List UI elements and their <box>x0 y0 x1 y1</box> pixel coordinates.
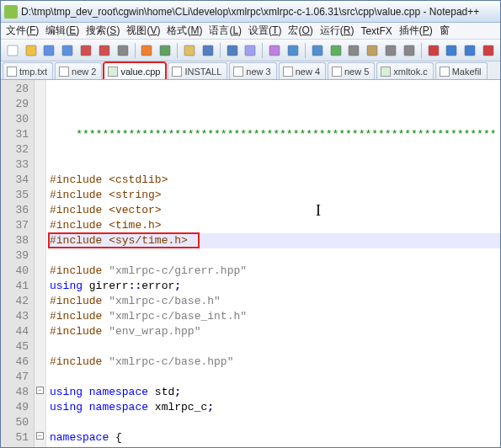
close-button[interactable] <box>77 42 94 59</box>
zoomin-button[interactable] <box>285 42 301 59</box>
menu-编辑[interactable]: 编辑(E) <box>42 23 83 39</box>
line-number: 46 <box>3 355 29 370</box>
print-button[interactable] <box>115 42 131 59</box>
menu-TextFX[interactable]: TextFX <box>357 24 395 38</box>
fold-cell[interactable] <box>35 186 45 201</box>
line-number: 47 <box>3 370 29 385</box>
code-line[interactable]: namespace { <box>50 430 500 445</box>
code-line[interactable]: #include "xmlrpc-c/girerr.hpp" <box>50 264 500 279</box>
fold-cell[interactable] <box>35 156 45 171</box>
redo-button[interactable] <box>224 42 241 59</box>
menu-宏[interactable]: 宏(O) <box>285 23 316 39</box>
menu-运行[interactable]: 运行(R) <box>317 23 358 39</box>
code-line[interactable] <box>50 415 500 430</box>
fold-cell[interactable] <box>35 307 45 323</box>
fold-button[interactable] <box>382 42 399 59</box>
code-area[interactable]: I **************************************… <box>46 80 500 447</box>
svg-rect-24 <box>483 45 493 56</box>
code-line[interactable]: #include <cstdlib> <box>50 173 500 188</box>
menu-视图[interactable]: 视图(V) <box>123 23 163 39</box>
fold-cell[interactable] <box>35 95 45 110</box>
paste-button[interactable] <box>181 42 198 59</box>
code-line[interactable]: #include "xmlrpc-c/base.h" <box>50 294 500 309</box>
fold-cell[interactable] <box>35 292 45 307</box>
undo-button[interactable] <box>200 42 216 59</box>
save-button[interactable] <box>41 42 58 59</box>
new-button[interactable] <box>4 42 21 59</box>
code-line[interactable]: #include "xmlrpc-c/base.hpp" <box>50 355 500 370</box>
code-line[interactable]: using namespace xmlrpc_c; <box>50 400 500 415</box>
code-line[interactable]: #include <time.h> <box>50 218 500 233</box>
fold-cell[interactable] <box>35 247 45 262</box>
svg-rect-2 <box>44 45 54 56</box>
code-line[interactable] <box>50 445 500 447</box>
menu-文件[interactable]: 文件(F) <box>3 23 42 39</box>
fold-cell[interactable] <box>35 201 45 216</box>
menu-语言[interactable]: 语言(L) <box>205 23 245 39</box>
find-button[interactable] <box>243 42 259 59</box>
code-line[interactable]: #include "env_wrap.hpp" <box>50 324 500 339</box>
code-line[interactable] <box>50 370 500 385</box>
saveall-button[interactable] <box>59 42 76 59</box>
zoomout-button[interactable] <box>309 42 326 59</box>
code-line[interactable]: #include <string> <box>50 188 500 203</box>
tab-value.cpp[interactable]: value.cpp <box>104 62 166 79</box>
fold-cell[interactable]: − <box>35 383 45 398</box>
tab-Makefil[interactable]: Makefil <box>435 62 488 79</box>
fold-cell[interactable] <box>35 262 45 277</box>
wrap-button[interactable] <box>328 42 344 59</box>
code-line[interactable] <box>50 157 500 173</box>
fold-cell[interactable] <box>35 338 45 353</box>
fold-cell[interactable] <box>35 110 45 125</box>
menu-格式[interactable]: 格式(M) <box>163 23 205 39</box>
menu-窗[interactable]: 窗 <box>436 23 453 39</box>
tab-new 2[interactable]: new 2 <box>55 62 102 79</box>
stop-button[interactable] <box>461 42 478 59</box>
fold-cell[interactable] <box>35 80 45 95</box>
menu-插件[interactable]: 插件(P) <box>396 23 436 39</box>
code-line[interactable]: #include <sys/time.h> <box>50 233 500 248</box>
open-button[interactable] <box>23 42 40 59</box>
menu-设置[interactable]: 设置(T) <box>245 23 285 39</box>
line-number: 49 <box>3 400 29 415</box>
fold-cell[interactable] <box>35 277 45 292</box>
fold-cell[interactable] <box>35 141 45 156</box>
fold-cell[interactable]: − <box>35 429 45 444</box>
replace-button[interactable] <box>266 42 283 59</box>
code-line[interactable]: using girerr::error; <box>50 279 500 294</box>
tab-new 5[interactable]: new 5 <box>328 62 375 79</box>
playrec-button[interactable] <box>480 42 497 59</box>
indent-button[interactable] <box>364 42 381 59</box>
code-line[interactable]: using namespace std; <box>50 385 500 400</box>
rec-button[interactable] <box>425 42 442 59</box>
fold-cell[interactable] <box>35 398 45 413</box>
code-line[interactable]: #include <vector> <box>50 203 500 218</box>
tab-INSTALL[interactable]: INSTALL <box>168 62 227 79</box>
fold-cell[interactable] <box>35 353 45 368</box>
tab-xmltok.c[interactable]: xmltok.c <box>376 62 433 79</box>
cut-button[interactable] <box>139 42 156 59</box>
fold-cell[interactable] <box>35 232 45 247</box>
code-line[interactable]: ****************************************… <box>50 127 500 142</box>
code-line[interactable] <box>50 142 500 157</box>
code-line[interactable] <box>50 339 500 355</box>
menu-搜索[interactable]: 搜索(S) <box>83 23 123 39</box>
tab-new 3[interactable]: new 3 <box>229 62 276 79</box>
fold-cell[interactable] <box>35 125 45 141</box>
fold-cell[interactable] <box>35 216 45 232</box>
file-icon <box>233 67 243 77</box>
play-button[interactable] <box>443 42 460 59</box>
copy-button[interactable] <box>157 42 173 59</box>
closeall-button[interactable] <box>96 42 113 59</box>
unfold-button[interactable] <box>401 42 418 59</box>
fold-cell[interactable] <box>35 413 45 429</box>
fold-cell[interactable] <box>35 323 45 338</box>
code-line[interactable] <box>50 248 500 264</box>
code-line[interactable]: #include "xmlrpc-c/base_int.h" <box>50 309 500 324</box>
svg-rect-12 <box>245 45 255 56</box>
tab-tmp.txt[interactable]: tmp.txt <box>3 62 53 79</box>
tab-new 4[interactable]: new 4 <box>279 62 326 79</box>
fold-cell[interactable] <box>35 368 45 383</box>
fold-cell[interactable] <box>35 171 45 186</box>
showall-button[interactable] <box>345 42 362 59</box>
